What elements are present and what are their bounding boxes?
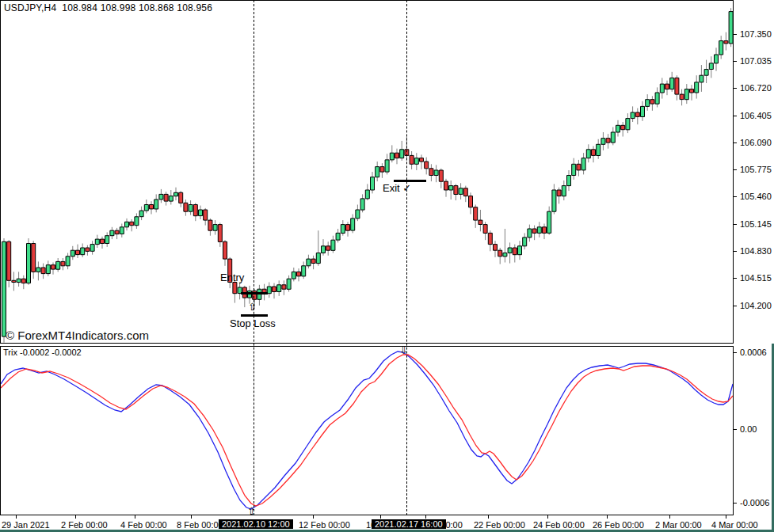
- price-axis-label: 106.405: [740, 111, 772, 120]
- trix-sell-signal-down-arrow-icon: ⇩: [399, 345, 408, 355]
- trix-canvas: [1, 347, 733, 515]
- entry-up-arrow-icon[interactable]: ⇧: [248, 302, 257, 312]
- price-axis-label: 107.035: [740, 56, 772, 66]
- forexmt4indicators-watermark: © ForexMT4Indicators.com: [6, 329, 149, 342]
- trix-blue-line: [1, 352, 733, 509]
- time-axis-label: 12 Feb 00:00: [299, 520, 350, 530]
- time-axis-label: 2 Mar 00:00: [655, 520, 702, 530]
- time-axis-tick: [607, 515, 608, 519]
- time-axis-label: 2 Feb 00:00: [61, 520, 108, 530]
- vertical-line-2021-02-17[interactable]: [406, 0, 407, 515]
- trix-red-line: [1, 355, 733, 506]
- price-axis-label: 105.145: [740, 219, 772, 229]
- price-axis-tick: [734, 88, 737, 89]
- price-axis-label: 105.775: [740, 165, 772, 174]
- price-axis-tick: [734, 278, 737, 279]
- price-axis-label: 105.460: [740, 192, 772, 201]
- price-axis-tick: [734, 224, 737, 225]
- candle-wicks: [4, 8, 731, 343]
- stop-loss-label[interactable]: Stop Loss: [230, 317, 276, 329]
- indicator-axis-label: 0.0006: [740, 348, 767, 357]
- indicator-axis-label: -0.0006: [740, 498, 769, 507]
- time-axis-label: 26 Feb 00:00: [593, 520, 644, 530]
- price-axis-tick: [734, 169, 737, 170]
- candlestick-canvas: [1, 1, 733, 343]
- indicator-axis-tick: [734, 503, 737, 504]
- trix-indicator-label: Trix -0.0002 -0.0002: [3, 348, 82, 357]
- price-axis-label: 104.830: [740, 246, 772, 256]
- mt4-chart-window: USDJPY,H4 108.984 108.998 108.868 108.95…: [0, 0, 774, 532]
- price-axis-label: 104.515: [740, 273, 772, 283]
- vertical-line-2021-02-10[interactable]: [254, 0, 254, 515]
- time-axis-tick: [425, 515, 426, 519]
- time-axis-label: 22 Feb 00:00: [474, 520, 525, 530]
- price-axis-tick: [734, 61, 737, 62]
- indicator-axis-label: 0.00: [740, 424, 757, 434]
- price-axis-tick: [734, 196, 737, 197]
- time-axis-tick: [726, 515, 726, 519]
- price-axis-label: 107.350: [740, 29, 772, 39]
- time-axis-tick: [669, 515, 670, 519]
- time-axis-tick: [380, 515, 381, 519]
- time-axis-label: 4 Mar 00:00: [711, 520, 758, 530]
- time-axis-label: 4 Feb 00:00: [120, 520, 167, 530]
- exit-price-line[interactable]: [394, 180, 426, 182]
- bullish-candle-bodies: [2, 12, 734, 336]
- price-axis-tick: [734, 34, 737, 35]
- time-axis-tick: [488, 515, 489, 519]
- time-axis-label: 8 Feb 00:00: [177, 520, 223, 530]
- time-axis-tick: [135, 515, 135, 519]
- price-axis-label: 106.720: [740, 83, 772, 93]
- entry-label[interactable]: Entry: [220, 272, 244, 283]
- price-chart-panel[interactable]: [0, 0, 734, 344]
- time-axis-tick: [191, 515, 192, 519]
- time-axis-label: 29 Jan 2021: [2, 520, 50, 530]
- time-axis-tick: [16, 515, 17, 519]
- trix-indicator-panel[interactable]: [0, 346, 734, 515]
- symbol-period-quote-header: USDJPY,H4 108.984 108.998 108.868 108.95…: [4, 2, 212, 13]
- price-axis-label: 106.090: [740, 138, 772, 147]
- exit-label[interactable]: Exit ✓: [383, 182, 411, 194]
- bearish-candle-bodies: [7, 41, 728, 300]
- trix-buy-signal-up-arrow-icon: ⇧: [247, 506, 256, 516]
- indicator-axis-tick: [734, 352, 737, 353]
- price-axis-tick: [734, 142, 737, 143]
- price-axis-tick: [734, 116, 737, 116]
- indicator-axis-tick: [734, 429, 737, 430]
- highlighted-time-label: 2021.02.10 12:00: [219, 519, 293, 529]
- time-axis-tick: [547, 515, 548, 519]
- highlighted-time-label: 2021.02.17 16:00: [372, 519, 446, 529]
- entry-price-line[interactable]: [241, 292, 268, 294]
- time-axis-tick: [75, 515, 76, 519]
- price-axis-label: 104.200: [740, 301, 772, 310]
- stop-loss-price-line[interactable]: [241, 314, 268, 317]
- time-axis-label: 24 Feb 00:00: [533, 520, 585, 530]
- price-axis-tick: [734, 306, 737, 306]
- price-axis-tick: [734, 251, 737, 252]
- time-axis-tick: [313, 515, 314, 519]
